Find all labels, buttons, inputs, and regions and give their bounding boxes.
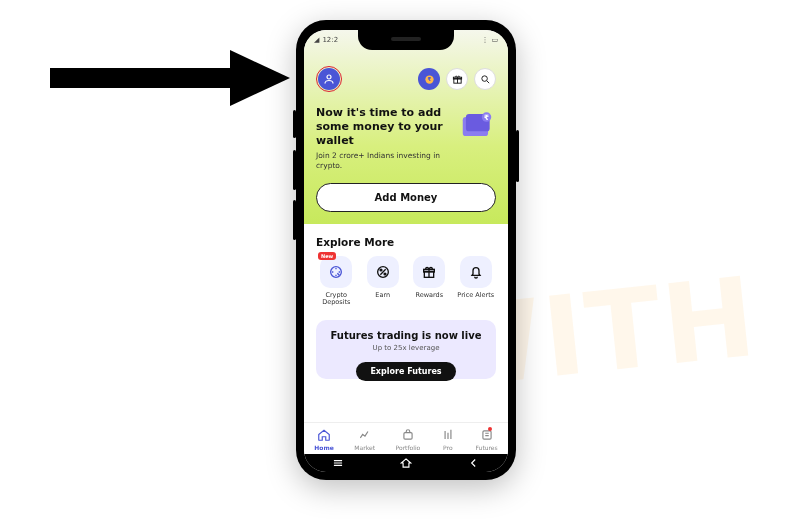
gift-button[interactable] [446, 68, 468, 90]
pro-icon [441, 428, 455, 442]
svg-text:₹: ₹ [484, 113, 489, 122]
market-icon [358, 428, 372, 442]
phone-side-button [293, 110, 296, 138]
crypto-coin-button[interactable]: ₹ [418, 68, 440, 90]
annotation-arrow-icon [50, 50, 290, 106]
new-badge: New [318, 252, 336, 260]
svg-line-9 [486, 80, 488, 82]
svg-point-2 [327, 75, 331, 79]
profile-button[interactable] [316, 66, 342, 92]
phone-side-button [516, 130, 519, 182]
search-icon [480, 74, 491, 85]
tile-crypto-deposits[interactable]: New Crypto Deposits [316, 256, 357, 306]
wallet-icon: ₹ [458, 106, 496, 144]
nav-pro[interactable]: Pro [441, 428, 455, 451]
nav-home[interactable]: Home [314, 428, 333, 451]
nav-label: Futures [475, 444, 497, 451]
coin-icon: ₹ [424, 74, 435, 85]
crypto-deposits-icon [320, 256, 352, 288]
explore-futures-button[interactable]: Explore Futures [356, 362, 455, 381]
phone-mockup: ◢ 12:2 ⋮ ▭ [296, 20, 516, 480]
explore-title: Explore More [316, 236, 496, 248]
status-wifi-icon: ⋮ [481, 36, 488, 44]
nav-label: Home [314, 444, 333, 451]
svg-point-17 [380, 269, 382, 271]
futures-title: Futures trading is now live [326, 330, 486, 341]
bottom-nav: Home Market Portfolio [304, 422, 508, 454]
top-bar-actions: ₹ [418, 68, 496, 90]
bell-icon [460, 256, 492, 288]
nav-label: Pro [443, 444, 453, 451]
tile-label: Rewards [409, 292, 450, 299]
nav-futures[interactable]: Futures [475, 428, 497, 451]
status-battery-icon: ▭ [491, 36, 498, 44]
phone-side-button [293, 150, 296, 190]
tile-rewards[interactable]: Rewards [409, 256, 450, 306]
tile-label: Price Alerts [456, 292, 497, 299]
svg-rect-0 [50, 68, 230, 88]
notification-dot-icon [488, 427, 492, 431]
nav-label: Market [354, 444, 375, 451]
earn-icon [367, 256, 399, 288]
system-recents-icon[interactable] [331, 456, 345, 470]
svg-marker-1 [230, 50, 290, 106]
profile-icon [318, 68, 340, 90]
tile-label: Crypto Deposits [316, 292, 357, 306]
hero-title: Now it's time to add some money to your … [316, 106, 450, 147]
svg-text:₹: ₹ [427, 76, 431, 82]
svg-rect-22 [404, 433, 412, 439]
tile-earn[interactable]: Earn [363, 256, 404, 306]
home-icon [317, 428, 331, 442]
nav-market[interactable]: Market [354, 428, 375, 451]
rewards-icon [413, 256, 445, 288]
hero-subtitle: Join 2 crore+ Indians investing in crypt… [316, 151, 450, 171]
system-nav-bar [304, 454, 508, 472]
nav-portfolio[interactable]: Portfolio [396, 428, 421, 451]
phone-screen: ◢ 12:2 ⋮ ▭ [304, 30, 508, 472]
explore-section: Explore More New Crypto Deposits [304, 224, 508, 314]
phone-side-button [293, 200, 296, 240]
top-bar: ₹ [316, 66, 496, 92]
nav-label: Portfolio [396, 444, 421, 451]
futures-card: Futures trading is now live Up to 25x le… [316, 320, 496, 379]
system-home-icon[interactable] [399, 456, 413, 470]
svg-marker-30 [401, 459, 410, 467]
svg-point-8 [481, 75, 487, 81]
phone-notch [358, 30, 454, 50]
search-button[interactable] [474, 68, 496, 90]
futures-subtitle: Up to 25x leverage [326, 344, 486, 352]
status-time: 12:2 [322, 36, 338, 44]
hero-panel: ₹ [304, 30, 508, 224]
add-money-button[interactable]: Add Money [316, 183, 496, 212]
system-back-icon[interactable] [467, 456, 481, 470]
tile-price-alerts[interactable]: Price Alerts [456, 256, 497, 306]
tile-label: Earn [363, 292, 404, 299]
gift-icon [452, 74, 463, 85]
portfolio-icon [401, 428, 415, 442]
svg-point-18 [384, 273, 386, 275]
status-signal-icon: ◢ [314, 36, 319, 44]
